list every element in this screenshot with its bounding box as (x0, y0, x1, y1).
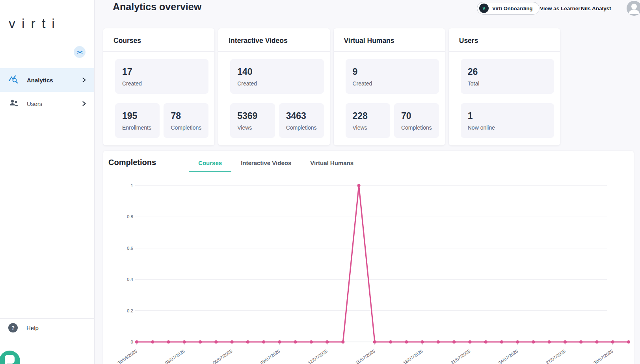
card-title: Users (449, 28, 560, 52)
stat-tile: 9 Created (346, 59, 439, 94)
svg-text:1: 1 (131, 183, 133, 188)
svg-text:30/06/2025: 30/06/2025 (117, 349, 138, 364)
sidebar-item-label: Users (27, 100, 42, 107)
stat-tile: 26 Total (461, 59, 554, 94)
org-switcher-pill[interactable]: V Virti Onboarding (477, 2, 540, 15)
org-name: Virti Onboarding (492, 6, 532, 11)
svg-text:0.8: 0.8 (127, 214, 133, 219)
stat-label: Enrollments (122, 124, 153, 131)
svg-text:30/07/2025: 30/07/2025 (593, 349, 614, 364)
stat-label: Views (237, 124, 268, 131)
svg-text:0.6: 0.6 (127, 246, 133, 251)
sidebar-item-label: Analytics (27, 77, 53, 84)
stat-tile: 228 Views (346, 103, 390, 138)
sidebar-footer: ? Help (0, 318, 94, 332)
stat-card-interactive-videos: Interactive Videos 140 Created 5369 View… (218, 28, 329, 145)
svg-text:12/07/2025: 12/07/2025 (307, 349, 328, 364)
stat-value: 17 (122, 67, 201, 77)
stat-tile: 17 Created (115, 59, 208, 94)
svg-text:09/07/2025: 09/07/2025 (259, 349, 281, 364)
stat-value: 228 (353, 111, 383, 121)
stat-value: 195 (122, 111, 153, 121)
question-mark-icon: ? (8, 323, 18, 332)
stat-label: Created (237, 80, 316, 87)
stat-card-users: Users 26 Total 1 Now online (449, 28, 560, 145)
svg-text:0: 0 (131, 340, 133, 344)
completions-panel: Completions Courses Interactive Videos V… (103, 151, 634, 364)
stat-tile: 195 Enrollments (115, 103, 160, 138)
stat-value: 1 (468, 111, 547, 121)
user-avatar[interactable] (627, 1, 640, 16)
stat-value: 78 (171, 111, 201, 121)
svg-text:0.4: 0.4 (127, 277, 134, 282)
card-title: Courses (103, 28, 214, 52)
sidebar: virti >< Analytics (0, 0, 95, 364)
stat-value: 3463 (286, 111, 317, 121)
user-name: Nils Analyst (581, 6, 611, 11)
stat-tile: 140 Created (230, 59, 324, 94)
stat-value: 26 (468, 67, 547, 77)
stat-card-courses: Courses 17 Created 195 Enrollments 78 Co… (103, 28, 214, 145)
sidebar-item-analytics[interactable]: Analytics (0, 68, 94, 92)
sidebar-collapse-button[interactable]: >< (74, 46, 86, 58)
completions-line-chart[interactable]: 00.20.40.60.8130/06/202503/07/202506/07/… (103, 170, 634, 364)
stat-tile: 3463 Completions (279, 103, 324, 138)
stat-label: Created (122, 80, 201, 87)
stat-value: 9 (353, 67, 432, 77)
collapse-chevrons-icon: >< (77, 49, 82, 55)
stat-cards-row: Courses 17 Created 195 Enrollments 78 Co… (103, 28, 560, 145)
stat-value: 140 (237, 67, 316, 77)
org-logo-icon: V (479, 4, 489, 13)
svg-text:15/07/2025: 15/07/2025 (355, 349, 376, 364)
stat-label: Completions (171, 124, 201, 131)
sidebar-item-users[interactable]: Users (0, 92, 94, 115)
stat-value: 70 (401, 111, 432, 121)
stat-label: Total (468, 80, 547, 87)
sidebar-nav: Analytics Users (0, 68, 94, 115)
stat-tile: 70 Completions (394, 103, 439, 138)
help-button[interactable]: ? Help (0, 319, 94, 332)
stat-label: Completions (286, 124, 317, 131)
svg-text:27/07/2025: 27/07/2025 (545, 349, 566, 364)
stat-value: 5369 (237, 111, 268, 121)
svg-text:24/07/2025: 24/07/2025 (497, 349, 519, 364)
analytics-chart-search-icon (9, 74, 19, 86)
stat-label: Views (353, 124, 383, 131)
page-title: Analytics overview (113, 1, 201, 13)
completions-title: Completions (108, 158, 156, 167)
svg-text:21/07/2025: 21/07/2025 (450, 349, 471, 364)
chevron-right-icon (81, 100, 87, 107)
card-title: Interactive Videos (218, 28, 329, 52)
stat-tile: 78 Completions (164, 103, 208, 138)
card-title: Virtual Humans (334, 28, 445, 52)
stat-label: Now online (468, 124, 547, 131)
stat-label: Created (353, 80, 432, 87)
users-people-icon (9, 98, 19, 110)
chat-bubble-icon (5, 355, 15, 364)
help-label: Help (26, 325, 39, 331)
stat-tile: 1 Now online (461, 103, 554, 138)
stat-tile: 5369 Views (230, 103, 275, 138)
view-as-learner-link[interactable]: View as Learner (540, 6, 580, 11)
svg-text:18/07/2025: 18/07/2025 (402, 349, 424, 364)
chevron-right-icon (81, 77, 87, 83)
svg-text:0.2: 0.2 (127, 308, 133, 313)
stat-label: Completions (401, 124, 432, 131)
stat-card-virtual-humans: Virtual Humans 9 Created 228 Views 70 Co… (334, 28, 445, 145)
virti-logo: virti (9, 16, 61, 31)
svg-text:03/07/2025: 03/07/2025 (164, 349, 186, 364)
svg-text:06/07/2025: 06/07/2025 (212, 349, 233, 364)
